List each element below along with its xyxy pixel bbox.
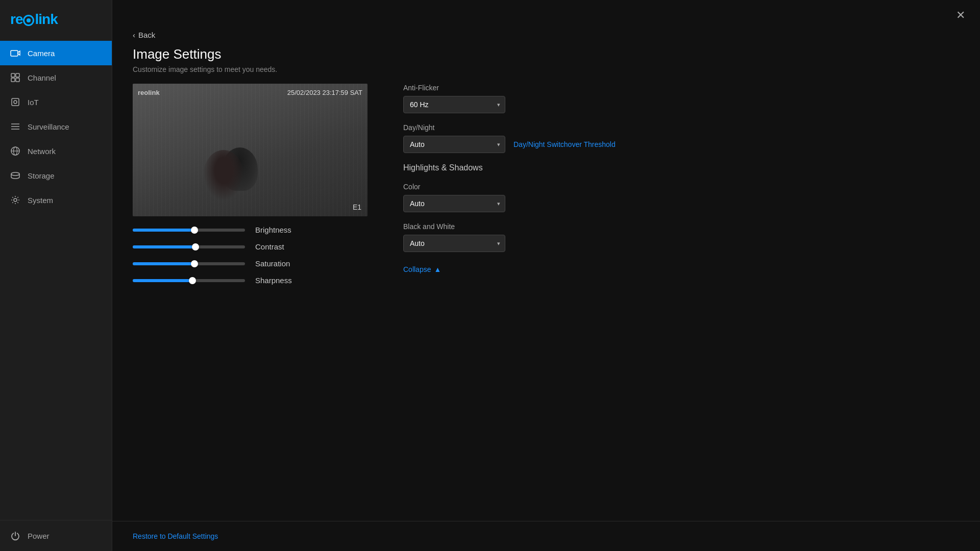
contrast-slider[interactable] xyxy=(133,245,245,248)
saturation-label: Saturation xyxy=(255,259,306,268)
highlights-shadows-title: Highlights & Shadows xyxy=(403,163,483,172)
page-title: Image Settings xyxy=(133,46,960,62)
system-icon xyxy=(10,195,20,205)
black-white-select-wrapper: Auto On Off ▾ xyxy=(403,235,505,252)
back-link[interactable]: ‹ Back xyxy=(133,31,960,39)
black-white-label: Black and White xyxy=(403,222,616,231)
sidebar-item-storage-label: Storage xyxy=(28,171,55,180)
camera-logo: reolink xyxy=(138,89,160,96)
page-content: ‹ Back Image Settings Customize image se… xyxy=(112,31,980,521)
contrast-label: Contrast xyxy=(255,242,306,251)
day-night-label: Day/Night xyxy=(403,123,616,132)
camera-icon xyxy=(10,48,20,58)
color-label: Color xyxy=(403,183,616,191)
svg-rect-1 xyxy=(11,73,15,77)
sidebar-bottom: Power xyxy=(0,520,112,551)
right-panel: Anti-Flicker 50 Hz 60 Hz Outdoor ▾ Day/N… xyxy=(403,84,616,511)
storage-icon xyxy=(10,170,20,181)
collapse-button[interactable]: Collapse ▲ xyxy=(403,265,616,273)
brightness-label: Brightness xyxy=(255,226,306,234)
saturation-slider[interactable] xyxy=(133,262,245,265)
sidebar-item-system[interactable]: System xyxy=(0,188,112,212)
black-white-group: Black and White Auto On Off ▾ xyxy=(403,222,616,252)
top-bar: ✕ xyxy=(112,0,980,31)
sidebar: relink Camera Channel xyxy=(0,0,112,551)
back-chevron-icon: ‹ xyxy=(133,31,135,39)
day-night-row: Auto Day Night ▾ Day/Night Switchover Th… xyxy=(403,136,616,153)
sidebar-item-storage[interactable]: Storage xyxy=(0,163,112,188)
contrast-row: Contrast xyxy=(133,242,378,251)
svg-rect-2 xyxy=(16,73,19,77)
sidebar-item-system-label: System xyxy=(28,196,53,205)
close-button[interactable]: ✕ xyxy=(951,6,970,24)
svg-point-6 xyxy=(14,101,17,104)
logo-area: relink xyxy=(0,0,112,37)
highlights-shadows-section: Highlights & Shadows xyxy=(403,163,616,172)
back-label: Back xyxy=(138,31,155,39)
sidebar-item-surveillance-label: Surveillance xyxy=(28,122,69,131)
collapse-chevron-icon: ▲ xyxy=(434,265,441,273)
network-icon xyxy=(10,146,20,156)
camera-id: E1 xyxy=(353,203,361,211)
sidebar-item-camera-label: Camera xyxy=(28,49,55,58)
brightness-slider[interactable] xyxy=(133,229,245,232)
day-night-threshold-link[interactable]: Day/Night Switchover Threshold xyxy=(513,140,616,148)
power-item[interactable]: Power xyxy=(10,531,102,541)
camera-preview: reolink 25/02/2023 23:17:59 SAT E1 xyxy=(133,84,368,216)
channel-icon xyxy=(10,72,20,83)
anti-flicker-label: Anti-Flicker xyxy=(403,84,616,92)
svg-rect-5 xyxy=(12,98,19,106)
camera-feed xyxy=(133,84,368,216)
restore-defaults-link[interactable]: Restore to Default Settings xyxy=(133,532,218,540)
main-content: ✕ ‹ Back Image Settings Customize image … xyxy=(112,0,980,551)
sidebar-item-network-label: Network xyxy=(28,147,56,156)
sidebar-item-surveillance[interactable]: Surveillance xyxy=(0,114,112,139)
sidebar-item-camera[interactable]: Camera xyxy=(0,41,112,65)
anti-flicker-select-wrapper: 50 Hz 60 Hz Outdoor ▾ xyxy=(403,96,505,113)
content-grid: reolink 25/02/2023 23:17:59 SAT E1 Brigh… xyxy=(133,84,960,511)
saturation-row: Saturation xyxy=(133,259,378,268)
day-night-group: Day/Night Auto Day Night ▾ Day/Night Swi… xyxy=(403,123,616,153)
anti-flicker-group: Anti-Flicker 50 Hz 60 Hz Outdoor ▾ xyxy=(403,84,616,113)
camera-timestamp: 25/02/2023 23:17:59 SAT xyxy=(287,89,362,96)
sharpness-slider[interactable] xyxy=(133,279,245,282)
svg-point-14 xyxy=(14,198,17,202)
sharpness-row: Sharpness xyxy=(133,276,378,285)
sliders-section: Brightness Contrast xyxy=(133,226,378,285)
sidebar-item-iot-label: IoT xyxy=(28,98,39,107)
svg-rect-3 xyxy=(11,78,15,82)
sharpness-label: Sharpness xyxy=(255,276,306,285)
sidebar-item-channel[interactable]: Channel xyxy=(0,65,112,90)
color-select-wrapper: Auto Warm Cool Custom ▾ xyxy=(403,195,505,212)
color-select[interactable]: Auto Warm Cool Custom xyxy=(403,195,505,212)
sidebar-item-iot[interactable]: IoT xyxy=(0,90,112,114)
color-group: Color Auto Warm Cool Custom ▾ xyxy=(403,183,616,212)
svg-rect-4 xyxy=(16,78,19,82)
iot-icon xyxy=(10,97,20,107)
page-subtitle: Customize image settings to meet you nee… xyxy=(133,65,960,73)
svg-point-13 xyxy=(11,172,19,176)
collapse-label: Collapse xyxy=(403,265,431,273)
sidebar-nav: Camera Channel IoT xyxy=(0,37,112,520)
anti-flicker-select[interactable]: 50 Hz 60 Hz Outdoor xyxy=(403,96,505,113)
camera-overlay: reolink 25/02/2023 23:17:59 SAT xyxy=(138,89,362,96)
day-night-select-wrapper: Auto Day Night ▾ xyxy=(403,136,505,153)
left-panel: reolink 25/02/2023 23:17:59 SAT E1 Brigh… xyxy=(133,84,378,511)
black-white-select[interactable]: Auto On Off xyxy=(403,235,505,252)
surveillance-icon xyxy=(10,121,20,132)
sidebar-item-channel-label: Channel xyxy=(28,73,56,82)
power-label: Power xyxy=(28,532,50,540)
bottom-bar: Restore to Default Settings xyxy=(112,521,980,551)
sidebar-item-network[interactable]: Network xyxy=(0,139,112,163)
app-logo: relink xyxy=(10,11,58,28)
power-icon xyxy=(10,531,20,541)
day-night-select[interactable]: Auto Day Night xyxy=(403,136,505,153)
svg-rect-0 xyxy=(11,51,18,56)
brightness-row: Brightness xyxy=(133,226,378,234)
